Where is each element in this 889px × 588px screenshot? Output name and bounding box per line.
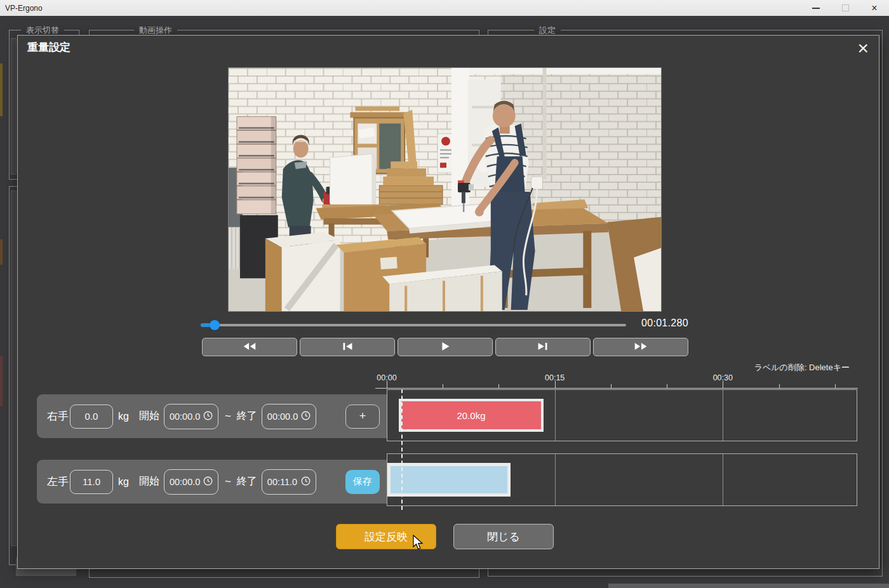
right-hand-row: 右手 0.0 kg 開始 00:00.0 ~ 終了 00:00.0 +: [37, 394, 387, 438]
step-back-button[interactable]: [300, 338, 395, 356]
unit-label: kg: [118, 476, 129, 488]
clock-icon: [301, 476, 311, 488]
rewind-button[interactable]: [202, 338, 297, 356]
ruler-tick: [779, 384, 780, 388]
timeline-bar[interactable]: [387, 463, 511, 497]
maximize-icon: [842, 4, 849, 11]
clock-icon: [203, 476, 213, 488]
timeline-track-left-hand[interactable]: [387, 453, 857, 506]
left-slider-track: [11, 190, 17, 546]
ruler-baseline: [375, 388, 858, 389]
background-panel-edge: [608, 584, 889, 588]
minimize-button[interactable]: [801, 0, 831, 16]
fast-forward-icon: [632, 342, 649, 352]
ruler-label: 00:00: [377, 373, 396, 382]
app-window: VP-Ergono × 表示切替 動画操作 設定 重量設定 ×: [0, 0, 889, 588]
play-button[interactable]: [398, 338, 493, 356]
start-time-input[interactable]: 00:00.0: [164, 404, 218, 429]
end-time-input[interactable]: 00:00.0: [262, 404, 316, 429]
clock-icon: [203, 411, 213, 422]
window-title: VP-Ergono: [5, 4, 801, 13]
grid-line: [723, 390, 723, 441]
slider-handle[interactable]: [210, 320, 220, 330]
seek-track[interactable]: [201, 324, 626, 326]
start-time-value: 00:00.0: [170, 411, 200, 422]
delete-hint: ラベルの削除: Deleteキー: [754, 362, 850, 373]
play-icon: [440, 342, 450, 352]
end-label: 終了: [237, 410, 257, 423]
range-separator: ~: [225, 410, 231, 423]
start-time-input[interactable]: 00:00.0: [164, 469, 218, 495]
ruler-tick: [498, 384, 499, 388]
ruler-tick: [835, 384, 836, 388]
seek-slider[interactable]: [201, 319, 626, 331]
edge-accent: [0, 356, 3, 406]
range-separator: ~: [225, 476, 231, 488]
start-time-value: 00:00.0: [170, 477, 200, 487]
end-time-value: 00:00.0: [267, 411, 298, 422]
timeline-ruler: 00:0000:1500:30: [387, 373, 857, 388]
timeline-bar[interactable]: 20.0kg: [399, 399, 544, 432]
grid-line: [555, 390, 556, 441]
current-timecode: 00:01.280: [641, 317, 688, 329]
edge-accent: [0, 239, 3, 265]
ruler-label: 00:30: [713, 373, 733, 382]
grid-line: [723, 454, 723, 505]
minimize-icon: [812, 8, 820, 9]
edge-accent: [0, 63, 3, 116]
hand-label: 左手: [47, 474, 70, 489]
start-label: 開始: [139, 475, 159, 488]
close-icon: ×: [871, 3, 877, 13]
fast-forward-button[interactable]: [593, 338, 688, 356]
rewind-icon: [241, 342, 258, 352]
ruler-tick: [611, 384, 612, 388]
weight-value: 0.0: [85, 411, 98, 422]
dialog-close-button[interactable]: ×: [857, 36, 869, 60]
window-controls: ×: [801, 0, 889, 16]
clock-icon: [301, 411, 311, 422]
ruler-tick: [443, 384, 443, 388]
left-hand-row: 左手 11.0 kg 開始 00:00.0 ~ 終了 00:11.0 保存: [37, 460, 387, 504]
ruler-tick: [667, 384, 667, 388]
weight-input[interactable]: 0.0: [70, 404, 113, 429]
hand-label: 右手: [47, 409, 70, 424]
weight-value: 11.0: [83, 476, 100, 487]
workshop-scene: [229, 68, 661, 311]
save-button[interactable]: 保存: [345, 470, 380, 494]
close-dialog-button[interactable]: 閉じる: [453, 524, 554, 549]
step-back-icon: [341, 342, 354, 352]
add-label-button[interactable]: +: [345, 404, 380, 429]
maximize-button[interactable]: [831, 0, 860, 16]
end-time-input[interactable]: 00:11.0: [262, 469, 316, 495]
ruler-label: 00:15: [545, 373, 565, 382]
left-slider-track: [11, 38, 17, 175]
start-label: 開始: [139, 410, 159, 423]
apply-settings-button[interactable]: 設定反映: [336, 524, 436, 549]
end-time-value: 00:11.0: [267, 477, 297, 487]
timeline-track-right-hand[interactable]: 20.0kg: [387, 389, 857, 441]
video-preview: [228, 67, 662, 312]
unit-label: kg: [118, 411, 129, 422]
weight-input[interactable]: 11.0: [70, 470, 113, 494]
step-forward-button[interactable]: [495, 338, 591, 356]
end-label: 終了: [237, 475, 257, 488]
weight-settings-dialog: 重量設定 ×: [17, 35, 879, 569]
window-close-button[interactable]: ×: [860, 0, 889, 16]
step-forward-icon: [537, 342, 549, 352]
dialog-title: 重量設定: [27, 40, 70, 55]
grid-line: [555, 454, 556, 505]
titlebar: VP-Ergono ×: [0, 0, 889, 16]
